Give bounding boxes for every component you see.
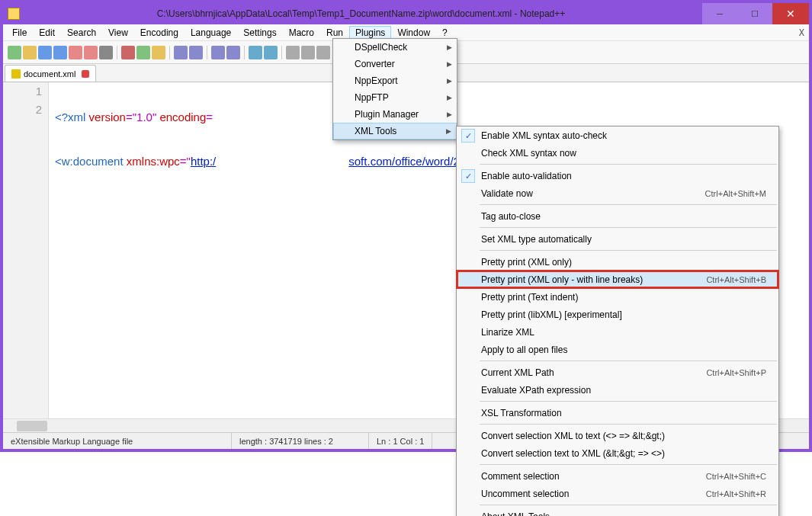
- xmltools-evaluate-xpath-expression[interactable]: Evaluate XPath expression: [457, 381, 778, 399]
- menu-view[interactable]: View: [102, 26, 134, 40]
- xmltools-pretty-print-libxml-experiment[interactable]: Pretty print (libXML) [experimental]: [457, 306, 778, 323]
- menu-?[interactable]: ?: [436, 26, 454, 40]
- file-tab[interactable]: document.xml: [5, 65, 96, 82]
- find-icon[interactable]: [211, 46, 225, 59]
- copy-icon[interactable]: [136, 46, 150, 59]
- attr: version: [89, 111, 126, 123]
- menu-separator: [480, 505, 777, 505]
- line-gutter: 1 2: [3, 82, 49, 418]
- xmltools-validate-now[interactable]: Validate nowCtrl+Alt+Shift+M: [457, 184, 778, 202]
- close-button[interactable]: ✕: [772, 3, 809, 24]
- xmltools-check-xml-syntax-now[interactable]: Check XML syntax now: [457, 144, 778, 162]
- menu-settings[interactable]: Settings: [237, 26, 282, 40]
- closeall-icon[interactable]: [84, 46, 98, 59]
- xmltools-linarize-xml[interactable]: Linarize XML: [457, 323, 778, 341]
- menu-separator: [480, 424, 777, 425]
- submenu-arrow-icon: ▶: [447, 94, 452, 101]
- xmltools-enable-xml-syntax-auto-check[interactable]: Enable XML syntax auto-check✓: [457, 127, 778, 144]
- plugins-item-converter[interactable]: Converter▶: [333, 56, 457, 72]
- xmltools-set-xml-type-automatically[interactable]: Set XML type automatically: [457, 230, 778, 248]
- maximize-button[interactable]: ☐: [737, 3, 772, 24]
- menu-separator: [480, 250, 777, 251]
- xmltools-pretty-print-xml-only-[interactable]: Pretty print (XML only): [457, 253, 778, 271]
- xmltools-convert-selection-text-to-xml-[interactable]: Convert selection text to XML (&lt;&gt; …: [457, 444, 778, 462]
- menu-file[interactable]: File: [6, 26, 33, 40]
- save-icon[interactable]: [38, 46, 52, 59]
- menu-label: Check XML syntax now: [481, 148, 576, 159]
- line-number: 2: [3, 101, 42, 119]
- shortcut-text: Ctrl+Alt+Shift+M: [705, 189, 771, 198]
- submenu-arrow-icon: ▶: [446, 127, 451, 135]
- menu-macro[interactable]: Macro: [283, 26, 320, 40]
- replace-icon[interactable]: [226, 46, 240, 59]
- xmltools-uncomment-selection[interactable]: Uncomment selectionCtrl+Alt+Shift+R: [457, 485, 778, 502]
- menu-window[interactable]: Window: [391, 26, 436, 40]
- xmltools-xsl-transformation[interactable]: XSL Transformation: [457, 404, 778, 421]
- titlebar[interactable]: C:\Users\bhrnjica\AppData\Local\Temp\Tem…: [3, 3, 809, 24]
- menu-run[interactable]: Run: [320, 26, 349, 40]
- menu-encoding[interactable]: Encoding: [134, 26, 185, 40]
- menu-label: Convert selection XML to text (<> => &lt…: [481, 431, 665, 441]
- new-icon[interactable]: [8, 46, 21, 59]
- xmltools-pretty-print-xml-only-with-lin[interactable]: Pretty print (XML only - with line break…: [457, 271, 778, 288]
- menu-label: Pretty print (Text indent): [481, 292, 578, 303]
- menu-plugins[interactable]: Plugins: [349, 26, 391, 40]
- xmltools-apply-to-all-open-files[interactable]: Apply to all open files: [457, 341, 778, 358]
- menu-separator: [480, 401, 777, 402]
- submenu-arrow-icon: ▶: [447, 77, 452, 85]
- plugins-item-nppexport[interactable]: NppExport▶: [333, 72, 457, 89]
- xmltools-about-xml-tools[interactable]: About XML Tools: [457, 508, 778, 516]
- tag: <w:document: [55, 155, 127, 168]
- str: =: [206, 111, 213, 123]
- redo-icon[interactable]: [189, 46, 203, 59]
- window-controls: ─ ☐ ✕: [702, 3, 809, 24]
- plugins-item-xml-tools[interactable]: XML Tools▶: [333, 123, 457, 139]
- plugins-item-nppftp[interactable]: NppFTP▶: [333, 89, 457, 106]
- paste-icon[interactable]: [152, 46, 165, 59]
- submenu-arrow-icon: ▶: [447, 43, 452, 51]
- scroll-thumb[interactable]: [17, 421, 47, 431]
- xmltools-pretty-print-text-indent-[interactable]: Pretty print (Text indent): [457, 288, 778, 306]
- submenu-arrow-icon: ▶: [447, 60, 452, 68]
- wrap-icon[interactable]: [286, 46, 300, 59]
- chars-icon[interactable]: [301, 46, 315, 59]
- xmltools-enable-auto-validation[interactable]: Enable auto-validation✓: [457, 167, 778, 184]
- menu-label: XSL Transformation: [481, 408, 562, 418]
- doc-close-icon[interactable]: X: [799, 27, 804, 38]
- menu-label: Enable XML syntax auto-check: [481, 130, 607, 141]
- shortcut-text: Ctrl+Alt+Shift+B: [706, 275, 771, 284]
- menu-label: Apply to all open files: [481, 345, 567, 355]
- tab-close-icon[interactable]: [82, 70, 89, 78]
- xmltools-convert-selection-xml-to-text-[interactable]: Convert selection XML to text (<> => &lt…: [457, 427, 778, 444]
- undo-icon[interactable]: [174, 46, 188, 59]
- indent-icon[interactable]: [316, 46, 330, 59]
- zoomin-icon[interactable]: [249, 46, 262, 59]
- str: ="1.0": [126, 111, 159, 123]
- toolbar-separator: [169, 46, 170, 59]
- tab-label: document.xml: [24, 69, 75, 79]
- menu-label: Validate now: [481, 188, 533, 199]
- xmltools-tag-auto-close[interactable]: Tag auto-close: [457, 207, 778, 225]
- cut-icon[interactable]: [121, 46, 135, 59]
- plugins-item-plugin-manager[interactable]: Plugin Manager▶: [333, 106, 457, 123]
- xmltools-current-xml-path[interactable]: Current XML PathCtrl+Alt+Shift+P: [457, 364, 778, 381]
- menu-label: Pretty print (XML only): [481, 257, 572, 268]
- menu-edit[interactable]: Edit: [33, 26, 61, 40]
- menu-language[interactable]: Language: [185, 26, 237, 40]
- close-icon[interactable]: [69, 46, 82, 59]
- xml-tools-submenu: Enable XML syntax auto-check✓Check XML s…: [456, 126, 779, 516]
- open-icon[interactable]: [23, 46, 37, 59]
- saveall-icon[interactable]: [53, 46, 67, 59]
- zoomout-icon[interactable]: [264, 46, 278, 59]
- toolbar-separator: [207, 46, 207, 59]
- menu-separator: [480, 227, 777, 228]
- menu-search[interactable]: Search: [61, 26, 102, 40]
- check-icon: ✓: [461, 129, 475, 143]
- xmltools-comment-selection[interactable]: Comment selectionCtrl+Alt+Shift+C: [457, 467, 778, 485]
- print-icon[interactable]: [99, 46, 113, 59]
- menu-label: Comment selection: [481, 471, 560, 482]
- menu-label: Evaluate XPath expression: [481, 385, 591, 396]
- minimize-button[interactable]: ─: [702, 3, 737, 24]
- menu-label: Set XML type automatically: [481, 234, 592, 245]
- plugins-item-dspellcheck[interactable]: DSpellCheck▶: [333, 39, 457, 56]
